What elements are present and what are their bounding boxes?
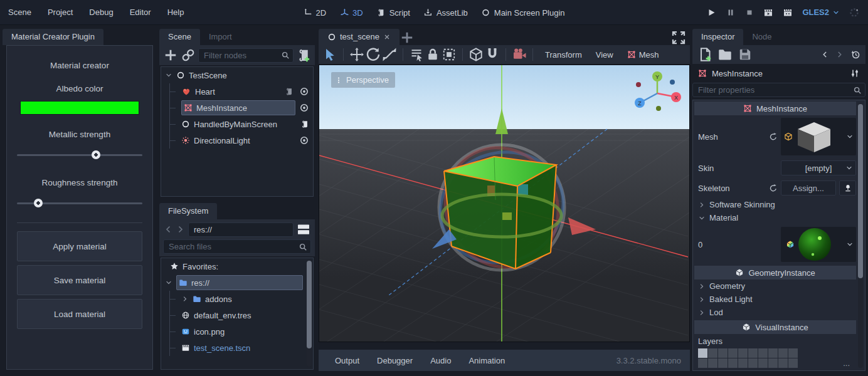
visibility-eye-icon[interactable] <box>299 135 309 145</box>
mesh-menu[interactable]: Mesh <box>621 48 665 61</box>
select-tool-icon[interactable] <box>322 47 337 62</box>
layer-cell[interactable] <box>718 348 728 358</box>
inspector-scrollbar[interactable] <box>858 103 863 368</box>
nav-forward-icon[interactable] <box>176 222 186 237</box>
instance-scene-icon[interactable] <box>181 48 196 63</box>
workspace-assetlib[interactable]: AssetLib <box>424 8 468 18</box>
snap-icon[interactable] <box>485 47 500 62</box>
mesh-resource-picker[interactable] <box>781 118 856 155</box>
camera-preview-icon[interactable] <box>512 47 527 62</box>
menu-help[interactable]: Help <box>159 5 193 19</box>
skin-dropdown[interactable]: [empty] <box>781 160 856 175</box>
filter-nodes-input[interactable] <box>198 48 294 63</box>
apply-material-button[interactable]: Apply material <box>17 231 142 261</box>
visibility-eye-icon[interactable] <box>299 86 309 97</box>
tree-row-icon-png[interactable]: icon.png <box>161 323 313 340</box>
tab-debugger[interactable]: Debugger <box>369 353 420 368</box>
chevron-down-icon[interactable] <box>846 241 854 248</box>
menu-editor[interactable]: Editor <box>122 5 159 19</box>
layer-cell[interactable] <box>778 358 788 368</box>
load-resource-icon[interactable] <box>717 47 733 62</box>
perspective-button[interactable]: Perspective <box>331 72 395 88</box>
distraction-free-icon[interactable] <box>671 30 686 45</box>
layer-cell[interactable] <box>788 348 798 358</box>
rotate-tool-icon[interactable] <box>366 47 381 62</box>
layer-cell[interactable] <box>768 358 778 368</box>
layer-cell[interactable] <box>708 348 717 358</box>
dock-menu-icon[interactable] <box>305 209 315 219</box>
stop-button[interactable] <box>745 8 754 17</box>
revert-icon[interactable] <box>769 184 778 192</box>
select-list-icon[interactable] <box>409 47 424 62</box>
group-software-skinning[interactable]: Software Skinning <box>693 198 857 211</box>
filesystem-scrollbar[interactable] <box>307 261 312 367</box>
tree-row-res-root[interactable]: res:// <box>161 274 313 291</box>
chevron-down-icon[interactable] <box>165 279 172 286</box>
layer-cell[interactable] <box>728 358 738 368</box>
save-resource-icon[interactable] <box>738 47 753 62</box>
layer-cell[interactable] <box>758 358 768 368</box>
chevron-right-icon[interactable] <box>181 295 189 303</box>
dock-menu-icon[interactable] <box>147 35 157 45</box>
layer-cell[interactable] <box>698 358 707 368</box>
workspace-script[interactable]: Script <box>377 8 410 18</box>
save-material-button[interactable]: Save material <box>17 265 142 295</box>
tab-output[interactable]: Output <box>327 353 367 368</box>
layer-cell[interactable] <box>788 358 798 368</box>
layer-cell[interactable] <box>748 348 758 358</box>
skeleton-assign-button[interactable]: Assign... <box>781 180 836 196</box>
filter-properties-input[interactable] <box>692 83 865 97</box>
menu-debug[interactable]: Debug <box>81 5 121 19</box>
pause-button[interactable] <box>726 8 736 18</box>
close-icon[interactable] <box>383 33 391 41</box>
layer-cell[interactable] <box>768 348 778 358</box>
history-forward-icon[interactable] <box>835 50 844 59</box>
scale-tool-icon[interactable] <box>382 47 397 62</box>
renderer-dropdown[interactable]: GLES2 <box>802 8 840 17</box>
roughness-slider-thumb[interactable] <box>34 199 43 207</box>
tree-row-heart[interactable]: Heart <box>161 83 313 100</box>
tab-test-scene[interactable]: test_scene <box>319 29 400 45</box>
axis-gizmo[interactable]: Y X Z <box>635 71 681 111</box>
search-files-input[interactable] <box>163 239 311 254</box>
layers-more-button[interactable]: ... <box>843 358 852 368</box>
roughness-slider[interactable] <box>17 199 142 207</box>
layer-cell[interactable] <box>728 348 738 358</box>
tree-row-addons[interactable]: addons <box>161 291 313 307</box>
3d-viewport[interactable]: Y X Z Perspective <box>319 65 690 342</box>
menu-project[interactable]: Project <box>40 5 81 19</box>
metallic-slider[interactable] <box>17 150 142 159</box>
layer-cell[interactable] <box>718 358 728 368</box>
layer-cell[interactable] <box>698 348 707 358</box>
new-scene-tab-icon[interactable] <box>400 30 415 45</box>
script-badge-icon[interactable] <box>285 87 294 96</box>
skeleton-pick-button[interactable] <box>839 180 856 196</box>
tree-row-handledbymainscreen[interactable]: HandledByMainScreen <box>161 116 313 132</box>
tree-row-default-env[interactable]: default_env.tres <box>161 307 313 323</box>
tab-scene[interactable]: Scene <box>159 29 200 45</box>
chevron-down-icon[interactable] <box>846 133 854 140</box>
tab-animation[interactable]: Animation <box>461 353 512 368</box>
tab-material-creator-plugin[interactable]: Material Creator Plugin <box>3 29 103 45</box>
group-icon[interactable] <box>442 47 457 62</box>
move-tool-icon[interactable] <box>349 47 364 62</box>
group-baked-light[interactable]: Baked Light <box>693 293 857 306</box>
workspace-2d[interactable]: 2D <box>303 8 326 18</box>
tab-import[interactable]: Import <box>200 29 241 45</box>
group-material[interactable]: Material <box>693 211 857 224</box>
chevron-down-icon[interactable] <box>165 71 172 79</box>
load-material-button[interactable]: Load material <box>17 299 142 329</box>
tab-filesystem[interactable]: FileSystem <box>159 203 217 219</box>
script-badge-icon[interactable] <box>300 120 309 128</box>
layer-cell[interactable] <box>738 348 748 358</box>
tree-row-testscene[interactable]: TestScene <box>161 67 313 83</box>
metallic-slider-thumb[interactable] <box>92 150 100 159</box>
metallic-slider-track[interactable] <box>17 154 142 156</box>
play-button[interactable] <box>706 8 716 18</box>
material-resource-picker[interactable] <box>781 227 856 262</box>
transform-menu[interactable]: Transform <box>539 48 588 61</box>
play-custom-scene-button[interactable] <box>783 8 793 18</box>
chevron-down-icon[interactable] <box>845 164 853 172</box>
workspace-main-screen-plugin[interactable]: Main Screen Plugin <box>482 8 565 18</box>
path-field[interactable] <box>188 222 294 237</box>
